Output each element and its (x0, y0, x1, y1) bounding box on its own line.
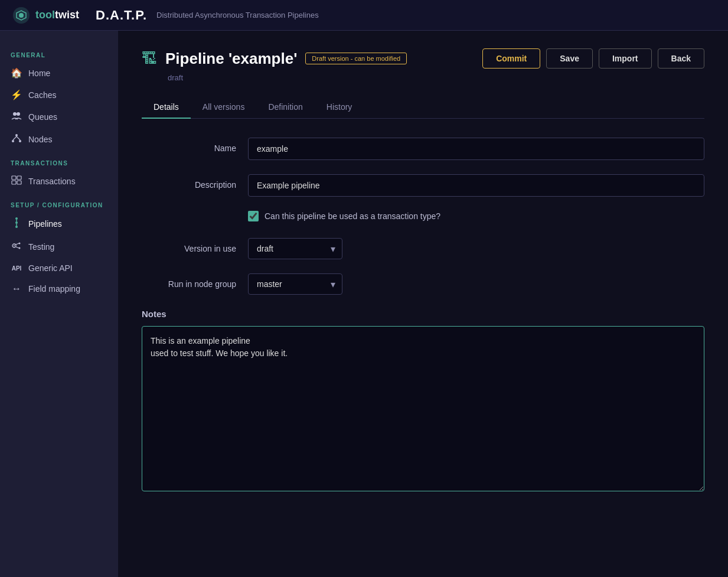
pipeline-page-icon: 🏗 (142, 50, 157, 68)
sidebar-item-caches[interactable]: ⚡ Caches (0, 84, 118, 106)
sidebar-label-field-mapping: Field mapping (28, 284, 80, 294)
tab-all-versions[interactable]: All versions (191, 96, 257, 119)
sidebar-label-transactions: Transactions (28, 177, 76, 186)
sidebar-section-transactions: TRANSACTIONS (0, 151, 118, 170)
tab-definition[interactable]: Definition (256, 96, 314, 119)
queues-icon (11, 111, 22, 123)
commit-button[interactable]: Commit (482, 48, 540, 69)
logo-text: tooltwist (35, 9, 79, 21)
page-subtitle: draft (168, 73, 704, 82)
svg-line-7 (13, 136, 17, 140)
tab-history[interactable]: History (315, 96, 364, 119)
sidebar-item-generic-api[interactable]: API Generic API (0, 258, 118, 278)
field-mapping-icon: ↔ (11, 283, 22, 294)
version-select[interactable]: draft v1 v2 (248, 238, 342, 259)
checkbox-label: Can this pipeline be used as a transacti… (265, 211, 440, 221)
svg-point-19 (14, 245, 15, 246)
svg-point-15 (15, 226, 18, 228)
svg-line-8 (17, 136, 20, 140)
sidebar-label-testing: Testing (28, 242, 54, 252)
sidebar-item-testing[interactable]: Testing (0, 236, 118, 258)
svg-point-22 (19, 243, 21, 245)
nodegroup-label: Run in node group (142, 273, 236, 289)
sidebar-label-home: Home (28, 69, 50, 78)
name-input[interactable] (248, 138, 704, 160)
sidebar-item-home[interactable]: 🏠 Home (0, 62, 118, 84)
version-select-wrapper: draft v1 v2 (248, 238, 342, 259)
svg-rect-11 (12, 181, 16, 184)
home-icon: 🏠 (11, 67, 22, 79)
api-icon: API (11, 265, 22, 272)
nodegroup-select-wrapper: master worker all (248, 273, 342, 295)
sidebar-label-queues: Queues (28, 112, 57, 122)
nodes-icon (11, 133, 22, 145)
svg-point-3 (17, 112, 20, 116)
svg-point-2 (13, 112, 17, 116)
svg-point-4 (15, 134, 18, 136)
sidebar-section-setup: SETUP / CONFIGURATION (0, 193, 118, 212)
version-row: Version in use draft v1 v2 (142, 238, 704, 259)
version-label: Version in use (142, 238, 236, 253)
checkbox-row: Can this pipeline be used as a transacti… (248, 211, 704, 221)
page-header: 🏗 Pipeline 'example' Draft version - can… (142, 48, 704, 69)
sidebar-item-pipelines[interactable]: Pipelines (0, 212, 118, 236)
sidebar-section-general: GENERAL (0, 43, 118, 62)
svg-point-13 (15, 217, 18, 220)
tabs: Details All versions Definition History (142, 96, 704, 119)
svg-point-6 (19, 140, 21, 142)
main-content: 🏗 Pipeline 'example' Draft version - can… (118, 31, 728, 577)
sidebar-item-queues[interactable]: Queues (0, 106, 118, 128)
svg-line-20 (16, 243, 19, 245)
testing-icon (11, 241, 22, 253)
nodegroup-row: Run in node group master worker all (142, 273, 704, 295)
logo: tooltwist (12, 6, 79, 25)
app-subtitle: Distributed Asynchronous Transaction Pip… (156, 11, 319, 19)
transaction-type-checkbox[interactable] (248, 211, 259, 221)
svg-rect-10 (17, 176, 21, 180)
svg-line-21 (16, 247, 19, 248)
sidebar-label-caches: Caches (28, 90, 56, 100)
tab-details[interactable]: Details (142, 96, 191, 119)
svg-rect-9 (12, 176, 16, 180)
notes-label: Notes (142, 309, 704, 319)
import-button[interactable]: Import (599, 48, 652, 69)
sidebar-item-transactions[interactable]: Transactions (0, 170, 118, 193)
topbar: tooltwist D.A.T.P. Distributed Asynchron… (0, 0, 728, 31)
svg-point-23 (19, 247, 21, 249)
nodegroup-select[interactable]: master worker all (248, 273, 342, 295)
action-buttons: Commit Save Import Back (482, 48, 704, 69)
svg-rect-12 (17, 181, 21, 184)
notes-section: Notes This is an example pipeline used t… (142, 309, 704, 494)
name-control (248, 138, 704, 160)
description-control (248, 174, 704, 197)
back-button[interactable]: Back (658, 48, 704, 69)
page-header-left: 🏗 Pipeline 'example' Draft version - can… (142, 50, 407, 68)
nodegroup-control: master worker all (248, 273, 704, 295)
transactions-icon (11, 175, 22, 187)
svg-point-14 (15, 221, 18, 224)
description-input[interactable] (248, 174, 704, 197)
svg-point-1 (19, 13, 24, 18)
caches-icon: ⚡ (11, 89, 22, 100)
sidebar-label-generic-api: Generic API (28, 263, 73, 273)
sidebar-item-nodes[interactable]: Nodes (0, 128, 118, 151)
page-title: Pipeline 'example' (165, 50, 297, 68)
draft-badge: Draft version - can be modified (305, 53, 407, 64)
save-button[interactable]: Save (546, 48, 593, 69)
sidebar-label-nodes: Nodes (28, 135, 52, 144)
app-title: D.A.T.P. (96, 8, 147, 23)
name-label: Name (142, 138, 236, 153)
name-row: Name (142, 138, 704, 160)
sidebar-label-pipelines: Pipelines (28, 219, 62, 229)
sidebar-item-field-mapping[interactable]: ↔ Field mapping (0, 278, 118, 299)
logo-icon (12, 6, 31, 25)
sidebar: GENERAL 🏠 Home ⚡ Caches Queues Nodes TRA… (0, 31, 118, 577)
notes-textarea[interactable]: This is an example pipeline used to test… (142, 326, 704, 491)
version-control: draft v1 v2 (248, 238, 704, 259)
pipelines-icon (11, 217, 22, 230)
svg-point-5 (12, 140, 14, 142)
description-label: Description (142, 174, 236, 190)
description-row: Description (142, 174, 704, 197)
